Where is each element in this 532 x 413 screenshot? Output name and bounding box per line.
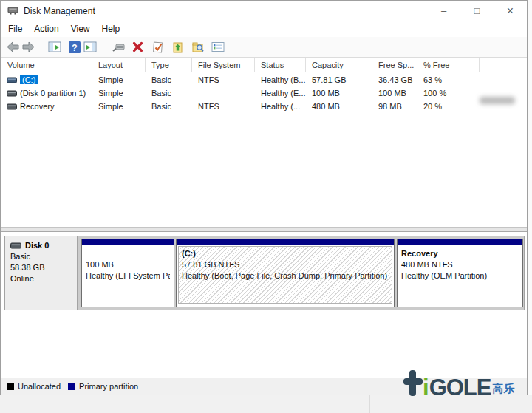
minimize-button[interactable]: –	[427, 1, 460, 21]
explore-folder-button[interactable]	[190, 39, 205, 55]
volume-list-pane: Volume Layout Type File System Status Ca…	[1, 58, 526, 227]
table-row-c[interactable]: (C:) Simple Basic NTFS Healthy (B... 57.…	[1, 74, 526, 86]
back-button[interactable]	[5, 39, 21, 55]
disk-size: 58.38 GB	[10, 262, 77, 273]
higole-watermark-logo: i GOLE 高乐	[403, 364, 514, 398]
partition-size: 480 MB NTFS	[401, 259, 519, 270]
titlebar: Disk Management – □ ×	[1, 1, 527, 21]
cell-capacity: 100 MB	[306, 89, 372, 98]
page-check-icon	[151, 41, 164, 53]
close-button[interactable]: ×	[494, 1, 527, 21]
cell-pct: 63 %	[417, 75, 480, 84]
header-layout[interactable]: Layout	[92, 58, 146, 72]
maximize-button[interactable]: □	[460, 1, 494, 21]
partition-efi[interactable]: 100 MB Healthy (EFI System Pa	[81, 239, 174, 307]
partition-body: (C:) 57.81 GB NTFS Healthy (Boot, Page F…	[178, 246, 392, 304]
disk-management-window: Disk Management – □ × File Action View H…	[0, 0, 528, 395]
cell-free: 100 MB	[372, 89, 417, 98]
menu-view[interactable]: View	[65, 22, 96, 35]
cell-type: Basic	[146, 75, 192, 84]
cell-volume: (C:)	[1, 75, 92, 84]
cell-status: Healthy (E...	[255, 89, 306, 98]
disk-graph-pane: Disk 0 Basic 58.38 GB Online 100 MB Heal…	[1, 232, 526, 378]
window-controls: – □ ×	[427, 1, 527, 21]
header-capacity[interactable]: Capacity	[306, 58, 372, 72]
table-row-partition1[interactable]: (Disk 0 partition 1) Simple Basic Health…	[1, 87, 526, 99]
header-pct-free[interactable]: % Free	[417, 58, 480, 72]
disk-0-row: Disk 0 Basic 58.38 GB Online 100 MB Heal…	[4, 236, 525, 310]
volume-drive-icon	[7, 77, 17, 83]
tool-button[interactable]	[110, 39, 126, 55]
partition-status: Healthy (Boot, Page File, Crash Dump, Pr…	[182, 270, 389, 281]
partition-c[interactable]: (C:) 57.81 GB NTFS Healthy (Boot, Page F…	[176, 239, 395, 307]
disk-name: Disk 0	[25, 240, 49, 251]
cell-layout: Simple	[92, 75, 146, 84]
volume-label-selected: (C:)	[20, 75, 38, 84]
show-action-pane-button[interactable]	[82, 39, 98, 55]
volume-table-header: Volume Layout Type File System Status Ca…	[1, 58, 526, 72]
table-row-recovery[interactable]: Recovery Simple Basic NTFS Healthy (... …	[1, 100, 526, 112]
cell-capacity: 480 MB	[306, 102, 372, 111]
background-line	[369, 395, 370, 413]
toolbar: ?	[1, 37, 527, 58]
partition-color-bar	[82, 239, 174, 246]
menu-action[interactable]: Action	[28, 22, 64, 35]
cell-free: 98 MB	[372, 102, 417, 111]
properties-list-icon	[211, 41, 225, 52]
cell-free: 36.43 GB	[372, 75, 417, 84]
back-arrow-icon	[7, 41, 19, 52]
logo-chinese: 高乐	[492, 382, 514, 396]
partition-name: (C:)	[182, 248, 389, 259]
forward-button[interactable]	[21, 39, 36, 55]
cell-fs: NTFS	[192, 75, 255, 84]
partition-strip: 100 MB Healthy (EFI System Pa (C:) 57.81…	[78, 236, 524, 310]
header-file-system[interactable]: File System	[192, 58, 255, 72]
folder-search-icon	[191, 41, 205, 53]
console-tree-icon	[48, 41, 61, 52]
properties-button[interactable]	[210, 39, 225, 55]
disk-0-header[interactable]: Disk 0 Basic 58.38 GB Online	[5, 236, 78, 310]
partition-body: Recovery 480 MB NTFS Healthy (OEM Partit…	[398, 246, 522, 305]
legend-unallocated-swatch	[7, 383, 14, 390]
logo-gole: GOLE	[429, 377, 491, 398]
menu-help[interactable]: Help	[96, 22, 126, 35]
logo-cross-glyph	[403, 370, 423, 396]
cell-volume: (Disk 0 partition 1)	[1, 89, 92, 98]
folder-up-arrow-icon	[171, 41, 185, 53]
volume-drive-icon	[7, 90, 17, 97]
header-free-space[interactable]: Free Sp...	[372, 58, 417, 72]
disk-type: Basic	[10, 251, 77, 262]
cell-type: Basic	[146, 102, 192, 111]
partition-body: 100 MB Healthy (EFI System Pa	[82, 246, 174, 305]
header-volume[interactable]: Volume	[1, 58, 92, 72]
help-button[interactable]: ?	[66, 39, 82, 55]
cell-layout: Simple	[92, 89, 146, 98]
cell-fs: NTFS	[192, 102, 255, 111]
partition-recovery[interactable]: Recovery 480 MB NTFS Healthy (OEM Partit…	[397, 239, 523, 307]
logo-i: i	[423, 377, 429, 398]
header-type[interactable]: Type	[146, 58, 192, 72]
header-status[interactable]: Status	[255, 58, 306, 72]
desktop-right-strip	[528, 0, 532, 395]
pane-splitter[interactable]	[1, 227, 527, 232]
partition-size: 57.81 GB NTFS	[182, 259, 389, 270]
legend-primary-swatch	[68, 383, 75, 390]
disk-status: Online	[10, 273, 77, 284]
volume-drive-icon	[7, 103, 17, 110]
partition-name: Recovery	[401, 248, 519, 259]
header-blank	[480, 58, 526, 72]
show-console-tree-button[interactable]	[47, 39, 62, 55]
folder-up-button[interactable]	[170, 39, 185, 55]
window-title: Disk Management	[24, 6, 95, 16]
volume-label: (Disk 0 partition 1)	[20, 89, 86, 98]
cell-capacity: 57.81 GB	[306, 75, 372, 84]
redacted-smudge	[480, 97, 515, 104]
delete-volume-button[interactable]	[130, 39, 146, 55]
legend-primary-label: Primary partition	[79, 382, 138, 391]
partition-status: Healthy (EFI System Pa	[86, 270, 170, 281]
partition-size: 100 MB	[86, 259, 170, 270]
menu-file[interactable]: File	[2, 22, 28, 35]
action-pane-icon	[83, 41, 97, 52]
task-check-button[interactable]	[150, 39, 166, 55]
partition-color-bar	[177, 239, 394, 246]
